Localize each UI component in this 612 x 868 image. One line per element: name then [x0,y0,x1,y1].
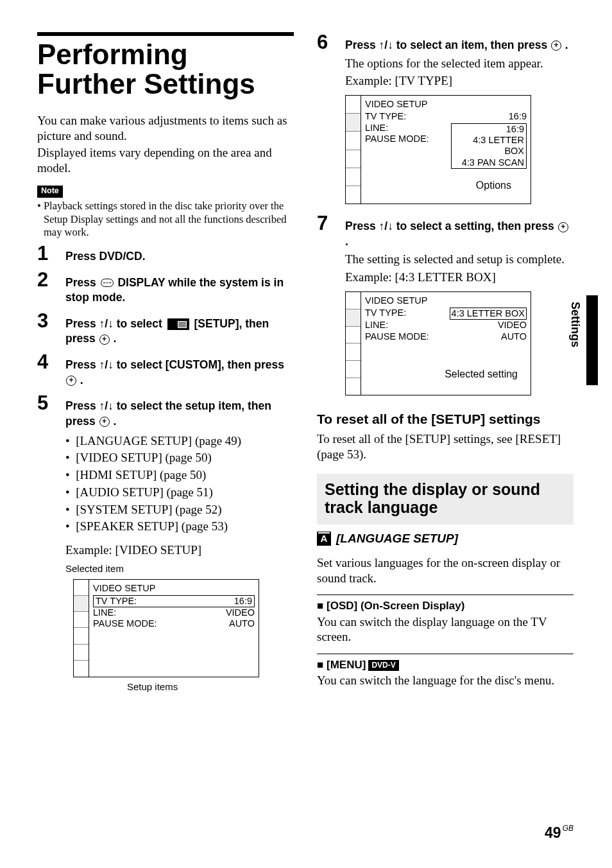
osd-key: PAUSE MODE: [93,618,157,629]
osd-sidebar [74,580,89,677]
note-body: • Playback settings stored in the disc t… [37,200,294,239]
selected-setting-callout: Selected setting [445,368,518,381]
language-setup-title: [LANGUAGE SETUP] [336,531,458,546]
step-example: Example: [TV TYPE] [345,73,574,89]
step-number: 1 [37,243,65,263]
step-example: Example: [4:3 LETTER BOX] [345,270,574,285]
osd-screenshot: VIDEO SETUP TV TYPE:4:3 LETTER BOX LINE:… [345,291,531,395]
page-number: 49GB [545,824,574,842]
osd-val: VIDEO [498,320,527,331]
osd-val: 16:9 [234,596,252,607]
setup-icon [167,318,189,330]
osd-option: 4:3 PAN SCAN [452,157,526,168]
osd-key: LINE: [93,607,116,618]
step-text: Press DVD/CD. [65,249,294,265]
step-number: 2 [37,270,65,290]
panel-title: Setting the display or sound track langu… [325,480,566,517]
step-text: Press ↑/↓ to select [SETUP], then press … [65,317,294,347]
enter-icon: + [99,334,110,345]
osd-screenshot: VIDEO SETUP TV TYPE:16:9 LINE:VIDEO PAUS… [73,579,259,677]
display-icon [101,279,114,287]
osd-header: VIDEO SETUP [365,295,527,306]
divider [317,654,574,654]
osd-option: 4:3 LETTER BOX [452,135,526,157]
step-desc: The options for the selected item appear… [345,56,574,71]
reset-heading: To reset all of the [SETUP] settings [317,411,574,428]
language-section-icon: A [317,532,331,546]
osd-sidebar [346,292,361,395]
step-3: 3 Press ↑/↓ to select [SETUP], then pres… [37,311,294,347]
left-column: Performing Further Settings You can make… [37,32,294,693]
osd-options-list: 16:9 4:3 LETTER BOX 4:3 PAN SCAN [451,123,527,169]
osd-screenshot: VIDEO SETUP TV TYPE:16:9 LINE: PAUSE MOD… [345,95,531,204]
list-item: [AUDIO SETUP] (page 51) [65,485,294,500]
page-title: Performing Further Settings [37,40,294,99]
osd-key: TV TYPE: [365,308,406,320]
osd-option: 16:9 [452,124,526,135]
osd-val-selected: 4:3 LETTER BOX [450,308,527,320]
osd-val: 16:9 [509,111,527,122]
step-text: Press ↑/↓ to select a setting, then pres… [345,219,574,249]
step-2: 2 Press DISPLAY while the system is in s… [37,270,294,306]
list-item: [LANGUAGE SETUP] (page 49) [65,433,294,449]
step-number: 3 [37,311,65,331]
step-text: Press ↑/↓ to select [CUSTOM], then press… [65,358,294,388]
list-item: [SYSTEM SETUP] (page 52) [65,502,294,517]
step-1: 1 Press DVD/CD. [37,243,294,265]
osd-sidebar [346,96,361,204]
step-7: 7 Press ↑/↓ to select a setting, then pr… [317,213,574,395]
intro-line-1: You can make various adjustments to item… [37,113,294,144]
language-body: Set various languages for the on-screen … [317,555,574,586]
osd-key: TV TYPE: [365,111,406,122]
step-desc: The setting is selected and setup is com… [345,252,574,267]
osd-key: TV TYPE: [96,596,137,607]
osd-val: AUTO [501,331,527,342]
note-tag: Note [37,186,63,198]
osd-item-body: You can switch the display language on t… [317,614,574,645]
title-rule [37,32,294,36]
language-panel: Setting the display or sound track langu… [317,474,574,525]
dvd-v-tag: DVD-V [368,660,398,671]
step-number: 6 [317,32,345,52]
setup-item-list: [LANGUAGE SETUP] (page 49) [VIDEO SETUP]… [65,433,294,535]
osd-key: LINE: [365,320,388,331]
step-number: 5 [37,393,65,413]
osd-key: LINE: [365,123,388,134]
step-text: Press ↑/↓ to select the setup item, then… [65,399,294,429]
right-column: 6 Press ↑/↓ to select an item, then pres… [317,32,574,693]
osd-val: VIDEO [226,607,255,618]
enter-icon: + [558,222,568,232]
enter-icon: + [99,417,110,427]
setup-items-label: Setup items [127,681,294,693]
menu-item-body: You can switch the language for the disc… [317,673,574,688]
step-6: 6 Press ↑/↓ to select an item, then pres… [317,32,574,204]
intro-line-2: Displayed items vary depending on the ar… [37,145,294,176]
osd-val: AUTO [229,618,255,629]
enter-icon: + [551,40,561,51]
example-label: Example: [VIDEO SETUP] [65,542,294,558]
list-item: [VIDEO SETUP] (page 50) [65,450,294,465]
step-5: 5 Press ↑/↓ to select the setup item, th… [37,393,294,536]
divider [317,595,574,595]
side-tab [586,295,598,385]
step-text: Press ↑/↓ to select an item, then press … [345,38,574,53]
osd-header: VIDEO SETUP [365,98,527,110]
list-item: [SPEAKER SETUP] (page 53) [65,519,294,534]
selected-item-label: Selected item [65,563,294,575]
step-number: 4 [37,352,65,372]
enter-icon: + [66,376,76,386]
options-callout: Options [476,179,511,192]
osd-header: VIDEO SETUP [93,582,255,594]
osd-key: PAUSE MODE: [365,331,429,342]
reset-body: To reset all of the [SETUP] settings, se… [317,431,574,462]
step-number: 7 [317,213,345,233]
step-4: 4 Press ↑/↓ to select [CUSTOM], then pre… [37,352,294,388]
step-text: Press DISPLAY while the system is in sto… [65,275,294,306]
osd-item-title: ■ [OSD] (On-Screen Display) [317,599,574,612]
list-item: [HDMI SETUP] (page 50) [65,467,294,483]
menu-item-title: ■ [MENU]DVD-V [317,658,574,672]
intro-block: You can make various adjustments to item… [37,113,294,175]
osd-key: PAUSE MODE: [365,134,429,144]
